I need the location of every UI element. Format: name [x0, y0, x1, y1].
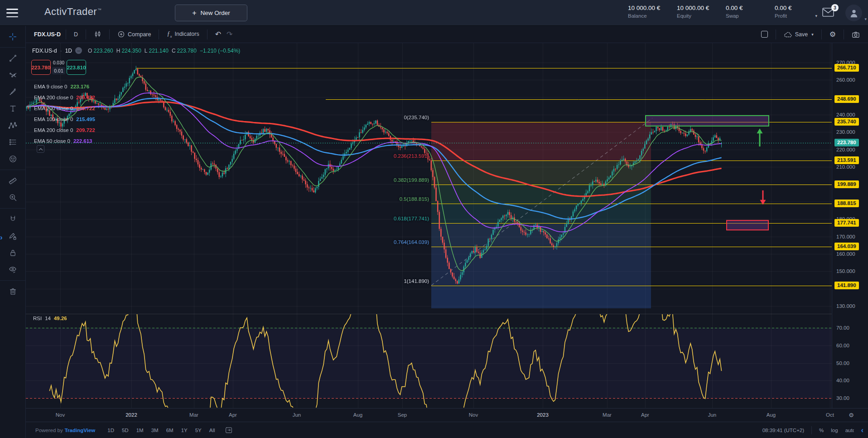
- fib-level-label: 0.618(177.741): [394, 216, 429, 221]
- range-button-1m[interactable]: 1M: [136, 428, 144, 433]
- menu-icon[interactable]: [6, 9, 18, 17]
- emoji-icon[interactable]: [0, 151, 25, 167]
- symbol-legend: FDX.US-d · 1D – O223.260H224.350L221.140…: [32, 47, 240, 54]
- account-label: Swap: [726, 13, 761, 19]
- indicators-button[interactable]: ƒx Indicators: [164, 29, 202, 40]
- layout-button[interactable]: [758, 29, 771, 39]
- spread-value: 0.030: [53, 60, 64, 65]
- symbol-button[interactable]: FDX.US-D: [34, 31, 61, 38]
- legend-symbol[interactable]: FDX.US-d: [32, 48, 57, 54]
- expand-drawer-chevron[interactable]: ›: [0, 234, 3, 241]
- collapse-panel-chevron[interactable]: ‹: [861, 426, 863, 434]
- mail-button[interactable]: 3: [822, 8, 834, 18]
- hide-drawings-icon[interactable]: [0, 261, 25, 278]
- time-axis-label: Mar: [597, 412, 617, 418]
- indicator-legend-row[interactable]: EMA 100 close 0215.495: [34, 114, 95, 125]
- avatar-caret-icon[interactable]: ▾: [864, 17, 867, 21]
- trash-icon[interactable]: [0, 283, 25, 300]
- tradingview-link[interactable]: TradingView: [65, 428, 96, 433]
- session-clock[interactable]: 08:39:41 (UTC+2): [762, 428, 804, 433]
- indicator-legend-row[interactable]: EMA 9 close 0223.176: [34, 81, 95, 92]
- legend-collapse-icon[interactable]: –: [75, 47, 82, 54]
- price-chart-canvas[interactable]: [26, 43, 868, 408]
- level-price-tag: 199.889: [834, 180, 859, 188]
- settings-button[interactable]: ⚙: [827, 29, 839, 40]
- ohlc-values: O223.260H224.350L221.140C223.780: [88, 48, 197, 54]
- cloud-icon: [784, 31, 792, 38]
- redo-button[interactable]: ↷: [224, 29, 235, 40]
- sell-bid-button[interactable]: 223.780: [31, 60, 51, 75]
- forecast-icon[interactable]: [0, 134, 25, 151]
- go-to-date-button[interactable]: [222, 426, 235, 434]
- range-button-5y[interactable]: 5Y: [195, 428, 202, 433]
- range-button-all[interactable]: All: [209, 428, 215, 433]
- indicator-legend-row[interactable]: EMA 50 close 0222.613: [34, 136, 95, 146]
- crosshair-icon[interactable]: [0, 28, 25, 45]
- chart-panel: FDX.US-D D Compare ƒx Indicators ↶ ↷: [26, 26, 868, 438]
- log-scale-button[interactable]: log: [831, 428, 838, 433]
- time-axis-settings-icon[interactable]: ⚙: [846, 411, 857, 419]
- auto-scale-button[interactable]: auto: [845, 428, 854, 433]
- ruler-icon[interactable]: [0, 172, 25, 189]
- powered-by-label: Powered by: [35, 428, 63, 433]
- toolbar-group: [0, 26, 25, 47]
- rsi-value: 49.26: [54, 316, 67, 321]
- indicator-legend-row[interactable]: EMA 200 close 0209.722: [34, 103, 95, 114]
- lock-icon[interactable]: [0, 244, 25, 261]
- undo-button[interactable]: ↶: [212, 29, 224, 40]
- account-label: Equity: [677, 13, 712, 19]
- buy-ask-button[interactable]: 223.810: [67, 60, 86, 75]
- xabcd-pattern-icon[interactable]: [0, 117, 25, 134]
- range-button-5d[interactable]: 5D: [122, 428, 129, 433]
- fib-level-label: 1(141.890): [404, 278, 429, 284]
- separator: [811, 426, 812, 434]
- rsi-tick: 50.00: [836, 360, 849, 366]
- range-button-3m[interactable]: 3M: [151, 428, 159, 433]
- profit-caret-icon[interactable]: ▾: [815, 14, 817, 18]
- price-axis[interactable]: 270.000260.000240.000230.000220.000210.0…: [832, 43, 868, 408]
- range-button-1y[interactable]: 1Y: [181, 428, 188, 433]
- account-value: 10 000.00 €: [628, 5, 663, 11]
- text-icon[interactable]: [0, 100, 25, 117]
- compare-button[interactable]: Compare: [115, 29, 154, 40]
- range-button-6m[interactable]: 6M: [166, 428, 174, 433]
- range-switcher: 1D5D1M3M6M1Y5YAll: [107, 428, 215, 433]
- indicator-value: 215.495: [76, 117, 95, 122]
- chart-area: FDX.US-d · 1D – O223.260H224.350L221.140…: [26, 43, 868, 408]
- person-icon: [849, 8, 859, 18]
- bottom-bar-right: 08:39:41 (UTC+2) % log auto ‹: [762, 426, 863, 434]
- fibonacci-icon[interactable]: [0, 67, 25, 83]
- indicator-legend-row[interactable]: EMA 200 close 0209.722: [34, 92, 95, 103]
- avatar[interactable]: [845, 5, 862, 21]
- price-tick: 150.000: [836, 268, 855, 274]
- chart-style-button[interactable]: [91, 29, 104, 40]
- range-button-1d[interactable]: 1D: [107, 428, 114, 433]
- indicator-legend-row[interactable]: EMA 200 close 0209.722: [34, 125, 95, 136]
- fib-level-label: 0(235.740): [404, 115, 429, 120]
- indicator-title: EMA 200 close 0: [34, 127, 73, 133]
- new-order-button[interactable]: + New Order: [175, 5, 247, 21]
- price-tick: 260.000: [836, 77, 855, 83]
- separator: [109, 29, 110, 39]
- brush-icon[interactable]: [0, 83, 25, 100]
- screenshot-button[interactable]: [849, 29, 863, 40]
- indicator-title: EMA 200 close 0: [34, 95, 73, 100]
- indicator-value: 223.176: [71, 84, 90, 89]
- magnet-icon[interactable]: [0, 211, 25, 228]
- top-app-bar: ActivTrader™ + New Order 10 000.00 €Bala…: [0, 0, 868, 26]
- time-axis[interactable]: Nov2022MarAprJunAugSepNov2023MarAprJunAu…: [26, 408, 868, 422]
- rsi-name[interactable]: RSI: [33, 316, 42, 321]
- chart-toolbar-right: Save ▾ ⚙: [758, 29, 863, 40]
- legend-dot: ·: [60, 48, 62, 54]
- percent-scale-button[interactable]: %: [819, 428, 824, 433]
- compare-plus-icon: [117, 30, 125, 38]
- drawing-lock-icon[interactable]: [0, 228, 25, 244]
- interval-button[interactable]: D: [71, 29, 81, 39]
- zoom-in-icon[interactable]: [0, 189, 25, 206]
- rsi-legend: RSI 14 49.26: [33, 316, 67, 321]
- level-price-tag: 141.890: [834, 282, 859, 289]
- trend-line-icon[interactable]: [0, 50, 25, 67]
- time-axis-label: Nov: [463, 412, 483, 418]
- save-button[interactable]: Save ▾: [781, 29, 816, 39]
- legend-interval[interactable]: 1D: [65, 48, 72, 54]
